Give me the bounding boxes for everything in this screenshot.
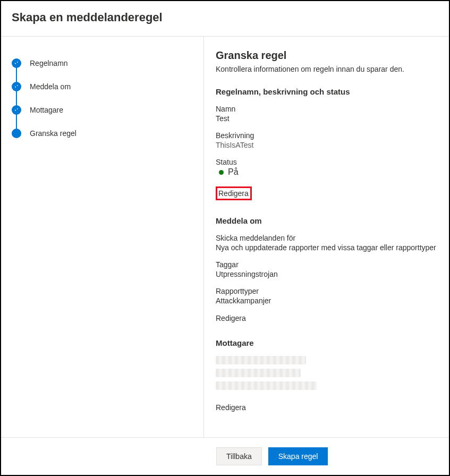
step-label: Granska regel [30, 129, 77, 138]
recipient-redacted [216, 369, 301, 377]
check-icon [12, 82, 21, 91]
section-notify-about: Meddela om Skicka meddelanden för Nya oc… [216, 216, 438, 338]
recipients-list [216, 356, 438, 390]
step-meddela-om[interactable]: Meddela om [12, 75, 203, 98]
back-button[interactable]: Tillbaka [216, 447, 262, 465]
status-row: På [216, 167, 438, 177]
name-label: Namn [216, 105, 438, 113]
recipient-redacted [216, 356, 306, 364]
edit-section1-link[interactable]: Redigera [218, 189, 249, 198]
send-label: Skicka meddelanden för [216, 234, 438, 242]
wizard-steps: Regelnamn Meddela om Mottagare Gran [12, 52, 203, 145]
dialog-frame: Skapa en meddelanderegel Regelnamn Medde… [0, 0, 450, 476]
section-heading: Mottagare [216, 338, 438, 347]
section-rule-name: Regelnamn, beskrivning och status Namn T… [216, 87, 438, 200]
report-types-label: Rapporttyper [216, 287, 438, 295]
dialog-header: Skapa en meddelanderegel [1, 1, 449, 36]
current-step-icon [12, 129, 21, 138]
description-value: ThisIsATest [216, 141, 438, 149]
section-heading: Regelnamn, beskrivning och status [216, 87, 438, 96]
page-subtitle: Kontrollera informationen om regeln inna… [216, 65, 438, 73]
dialog-title: Skapa en meddelanderegel [12, 11, 438, 24]
description-label: Beskrivning [216, 131, 438, 140]
check-icon [12, 58, 21, 68]
name-value: Test [216, 114, 438, 123]
edit-section2-link[interactable]: Redigera [216, 314, 246, 322]
dialog-body: Regelnamn Meddela om Mottagare Gran [1, 37, 449, 437]
section-heading: Meddela om [216, 216, 438, 225]
status-on-icon [219, 170, 224, 175]
wizard-sidebar: Regelnamn Meddela om Mottagare Gran [1, 37, 204, 437]
step-mottagare[interactable]: Mottagare [12, 98, 203, 122]
create-rule-button[interactable]: Skapa regel [268, 447, 328, 465]
check-icon [12, 105, 21, 115]
recipient-redacted [216, 381, 317, 390]
dialog-footer: Tillbaka Skapa regel [1, 437, 449, 475]
edit-highlight-box: Redigera [216, 186, 252, 200]
step-label: Regelnamn [30, 59, 68, 67]
step-regelnamn[interactable]: Regelnamn [12, 52, 203, 75]
edit-section3-link[interactable]: Redigera [216, 403, 246, 412]
section-recipients: Mottagare Redigera [216, 338, 438, 428]
page-title: Granska regel [216, 49, 438, 62]
report-types-value: Attackkampanjer [216, 296, 438, 305]
tags-label: Taggar [216, 260, 438, 269]
send-value: Nya och uppdaterade rapporter med vissa … [216, 243, 438, 252]
status-label: Status [216, 158, 438, 166]
status-value: På [228, 167, 239, 177]
step-label: Mottagare [30, 106, 63, 114]
step-label: Meddela om [30, 82, 71, 91]
step-granska-regel[interactable]: Granska regel [12, 122, 203, 145]
review-panel: Granska regel Kontrollera informationen … [204, 37, 449, 437]
tags-value: Utpressningstrojan [216, 270, 438, 278]
